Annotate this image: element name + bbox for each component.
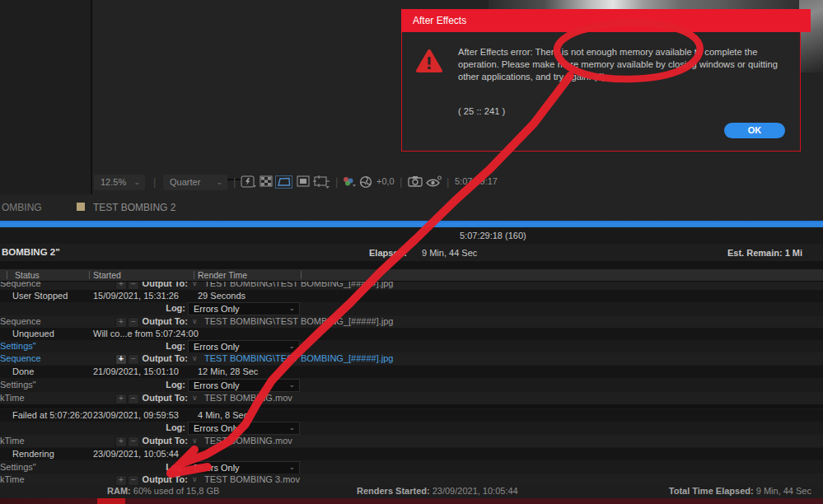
output-to-label: Output To:: [132, 436, 188, 446]
started-value: 21/09/2021, 15:01:10: [93, 366, 179, 376]
output-to-label: Output To:: [132, 393, 188, 403]
roi-quad-icon[interactable]: [275, 175, 292, 190]
add-output-module-button[interactable]: +: [115, 317, 127, 328]
render-settings-link[interactable]: Settings": [0, 462, 36, 472]
started-value: 15/09/2021, 15:31:26: [93, 291, 179, 301]
transparency-grid-icon[interactable]: [260, 175, 273, 189]
log-dropdown[interactable]: Errors Only⌄: [188, 379, 300, 392]
chevron-down-icon: ⌄: [288, 380, 295, 389]
fast-previews-icon[interactable]: [241, 175, 257, 190]
region-of-interest-icon[interactable]: [297, 175, 310, 189]
tab-test-bombing[interactable]: OMBING: [2, 202, 42, 213]
composition-icon: [77, 203, 85, 211]
ram-value: 60% used of 15,8 GB: [133, 486, 220, 496]
chevron-down-icon: ⌄: [288, 342, 295, 350]
status-value: Unqueued: [12, 329, 54, 338]
add-output-module-button[interactable]: +: [115, 394, 127, 404]
output-path-link[interactable]: TEST BOMBING\TEST BOMBING_[#####].jpg: [204, 353, 393, 363]
exposure-value[interactable]: +0,0: [376, 176, 395, 186]
row-gap: [0, 261, 823, 269]
total-time-value: 9 Min, 44 Sec: [756, 486, 811, 496]
composition-tabs-row: OMBING TEST BOMBING 2: [0, 194, 823, 221]
exposure-shutter-icon[interactable]: [359, 175, 372, 190]
est-remain-value: Est. Remain: 1 Mi: [727, 248, 802, 258]
viewport-timecode[interactable]: 5:07:29:17: [455, 176, 498, 186]
started-value: 23/09/2021, 09:59:53: [93, 410, 179, 420]
render-settings-link[interactable]: Settings": [0, 341, 36, 351]
output-module-label: Sequence: [0, 353, 41, 363]
pan-behind-icon[interactable]: [313, 175, 331, 191]
error-message-line1: After Effects error: There is not enough…: [458, 46, 788, 58]
render-progress-bar: [0, 221, 823, 227]
error-message-line3: other applications, and try again. (4): [458, 71, 788, 83]
warning-icon: [415, 49, 443, 77]
chevron-down-icon: ⌄: [288, 304, 295, 312]
left-panel: [0, 0, 92, 194]
toolbar-separator: |: [447, 175, 449, 188]
log-label: Log:: [132, 462, 185, 472]
toolbar-separator: |: [153, 175, 156, 188]
render-queue-log-row: Settings"Log:Errors Only⌄: [0, 340, 823, 352]
render-queue-status-row: UnqueuedWill co...e from 5:07:24:00: [0, 328, 823, 340]
render-time-value: 12 Min, 28 Sec: [198, 366, 258, 376]
chevron-down-icon: ∨: [192, 436, 198, 445]
toolbar-separator: |: [233, 175, 236, 188]
render-queue-status-row: Done21/09/2021, 15:01:1012 Min, 28 Sec: [0, 366, 823, 378]
dialog-body: After Effects error: There is not enough…: [402, 32, 800, 151]
log-dropdown[interactable]: Errors Only⌄: [188, 302, 300, 315]
magnification-dropdown[interactable]: 12.5% ⌄: [94, 175, 145, 190]
column-started[interactable]: Started: [93, 270, 121, 280]
toolbar-separator: |: [400, 175, 402, 188]
render-time-value: -: [198, 449, 201, 459]
output-path-link[interactable]: TEST BOMBING.mov: [204, 436, 292, 446]
render-queue-output-row: kTime+−Output To:∨TEST BOMBING.mov: [0, 392, 823, 404]
output-module-label: kTime: [0, 393, 25, 403]
log-dropdown-value: Errors Only: [194, 380, 240, 390]
column-render-time[interactable]: Render Time: [198, 270, 247, 280]
snapshot-camera-icon[interactable]: [408, 175, 423, 189]
column-separator[interactable]: [194, 271, 194, 279]
render-queue-output-row: kTime+−Output To:∨TEST BOMBING 3.mov: [0, 474, 823, 486]
output-module-label: kTime: [0, 474, 25, 484]
add-output-module-button[interactable]: +: [115, 475, 127, 486]
log-dropdown[interactable]: Errors Only⌄: [188, 461, 300, 474]
output-path-link[interactable]: TEST BOMBING 3.mov: [204, 474, 300, 484]
render-time-value: 29 Seconds: [198, 291, 245, 301]
chevron-down-icon: ⌄: [288, 423, 295, 432]
show-snapshot-eye-icon[interactable]: [426, 175, 442, 190]
output-path-link[interactable]: TEST BOMBING.mov: [204, 393, 292, 403]
elapsed-label: Elapsed:: [369, 248, 407, 258]
chevron-down-icon: ∨: [192, 475, 198, 483]
magnification-value: 12.5%: [94, 177, 126, 187]
column-separator[interactable]: [301, 271, 302, 279]
total-time-elapsed: Total Time Elapsed: 9 Min, 44 Sec: [669, 486, 811, 496]
log-dropdown-value: Errors Only: [194, 304, 240, 314]
output-module-label: kTime: [0, 436, 25, 446]
bottom-progress-segment: [97, 498, 125, 504]
render-time-value: 4 Min, 8 Sec: [198, 410, 248, 420]
dialog-title-bar[interactable]: After Effects: [401, 9, 811, 32]
resolution-dropdown[interactable]: Quarter ⌄: [163, 175, 227, 190]
chevron-down-icon: ∨: [192, 317, 198, 325]
render-queue-log-row: Settings"Log:Errors Only⌄: [0, 379, 823, 391]
renders-started-label: Renders Started:: [357, 486, 430, 496]
tab-test-bombing-2[interactable]: TEST BOMBING 2: [93, 202, 175, 213]
output-path-link[interactable]: TEST BOMBING\TEST BOMBING_[#####].jpg: [204, 316, 393, 326]
add-output-module-button[interactable]: +: [115, 354, 127, 365]
column-separator[interactable]: [7, 271, 7, 279]
status-value: User Stopped: [12, 291, 68, 301]
log-dropdown[interactable]: Errors Only⌄: [188, 422, 300, 435]
log-dropdown[interactable]: Errors Only⌄: [188, 340, 300, 353]
ok-button[interactable]: OK: [724, 123, 785, 138]
render-queue-header: Status Started Render Time: [0, 269, 823, 282]
add-output-module-button[interactable]: +: [115, 436, 127, 447]
chevron-down-icon: ⌄: [133, 175, 140, 190]
render-queue-status-row: Failed at 5:07:26:2023/09/2021, 09:59:53…: [0, 409, 823, 422]
show-channel-icon[interactable]: [342, 175, 357, 190]
chevron-down-icon: ⌄: [216, 175, 222, 190]
log-dropdown-value: Errors Only: [194, 423, 240, 433]
render-settings-link[interactable]: Settings": [0, 380, 36, 390]
column-separator[interactable]: [89, 271, 90, 279]
column-status[interactable]: Status: [15, 270, 40, 280]
render-queue-output-row: Sequence+−Output To:∨TEST BOMBING\TEST B…: [0, 315, 823, 328]
